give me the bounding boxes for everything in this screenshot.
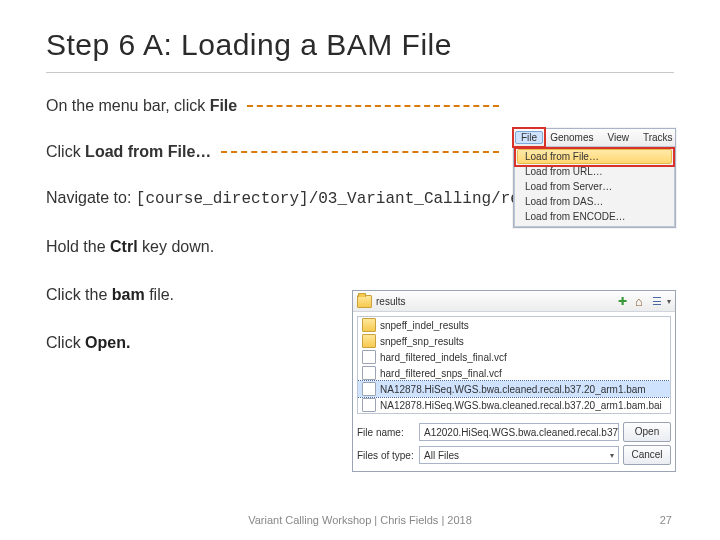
- file-icon: [362, 350, 376, 364]
- list-item[interactable]: snpeff_snp_results: [358, 333, 670, 349]
- line3-code: [course_directory]/03_Variant_Calling/re…: [136, 190, 568, 208]
- dashed-arrow-2: [221, 151, 499, 153]
- file-icon: [362, 366, 376, 380]
- menu-bar: File Genomes View Tracks: [514, 129, 675, 147]
- chevron-down-icon[interactable]: ▾: [610, 451, 614, 460]
- list-item-label: snpeff_indel_results: [380, 320, 469, 331]
- line1-pre: On the menu bar, click: [46, 97, 210, 114]
- folder-icon: [357, 295, 372, 308]
- line4-pre: Hold the: [46, 238, 110, 255]
- instruction-row-4: Hold the Ctrl key down.: [46, 238, 674, 256]
- line5-pre: Click the: [46, 286, 112, 303]
- list-item-selected[interactable]: NA12878.HiSeq.WGS.bwa.cleaned.recal.b37.…: [358, 381, 670, 397]
- folder-icon: [362, 318, 376, 332]
- line6-bold: Open.: [85, 334, 130, 351]
- menu-item-load-from-file[interactable]: Load from File…: [517, 149, 672, 164]
- file-open-dialog: results ▾ snpeff_indel_results snpeff_sn…: [352, 290, 676, 472]
- dialog-topbar: results ▾: [353, 291, 675, 312]
- file-list: snpeff_indel_results snpeff_snp_results …: [357, 316, 671, 414]
- folder-icon: [362, 334, 376, 348]
- filename-label: File name:: [357, 427, 419, 438]
- line4-post: key down.: [138, 238, 214, 255]
- instruction-row-1: On the menu bar, click File: [46, 97, 674, 115]
- list-item-label: snpeff_snp_results: [380, 336, 464, 347]
- cancel-button[interactable]: Cancel: [623, 445, 671, 465]
- dialog-bottom: File name: A12020.HiSeq.WGS.bwa.cleaned.…: [353, 418, 675, 471]
- dashed-arrow-1: [247, 105, 499, 107]
- dialog-folder-name: results: [376, 296, 614, 307]
- menubar-item-file[interactable]: File: [515, 131, 543, 144]
- file-icon: [362, 382, 376, 396]
- menubar-item-view[interactable]: View: [600, 132, 636, 143]
- line1-bold: File: [210, 97, 238, 114]
- list-item[interactable]: hard_filtered_snps_final.vcf: [358, 365, 670, 381]
- list-item[interactable]: NA12878.HiSeq.WGS.bwa.cleaned.recal.b37.…: [358, 397, 670, 413]
- list-item-label: NA12878.HiSeq.WGS.bwa.cleaned.recal.b37.…: [380, 384, 646, 395]
- menu-item-load-from-url[interactable]: Load from URL…: [517, 164, 672, 179]
- file-menu-dropdown: Load from File… Load from URL… Load from…: [514, 146, 675, 227]
- slide-footer: Variant Calling Workshop | Chris Fields …: [0, 514, 720, 526]
- line2-bold: Load from File…: [85, 143, 211, 160]
- filename-field[interactable]: A12020.HiSeq.WGS.bwa.cleaned.recal.b37.2…: [419, 423, 619, 441]
- slide-title: Step 6 A: Loading a BAM File: [46, 28, 674, 62]
- file-icon: [362, 398, 376, 412]
- line2-pre: Click: [46, 143, 85, 160]
- list-item-label: NA12878.HiSeq.WGS.bwa.cleaned.recal.b37.…: [380, 400, 662, 411]
- new-folder-icon[interactable]: [618, 295, 631, 308]
- page-number: 27: [660, 514, 672, 526]
- menu-item-load-from-server[interactable]: Load from Server…: [517, 179, 672, 194]
- home-icon[interactable]: [635, 295, 648, 308]
- chevron-down-icon[interactable]: ▾: [667, 297, 671, 306]
- filetype-field[interactable]: All Files▾: [419, 446, 619, 464]
- line5-bold: bam: [112, 286, 145, 303]
- list-item[interactable]: snpeff_indel_results: [358, 317, 670, 333]
- filetype-label: Files of type:: [357, 450, 419, 461]
- title-rule: [46, 72, 674, 73]
- list-item-label: hard_filtered_snps_final.vcf: [380, 368, 502, 379]
- filetype-value: All Files: [424, 450, 459, 461]
- view-mode-icon[interactable]: [652, 295, 665, 308]
- line3-pre: Navigate to:: [46, 189, 136, 206]
- list-item-label: hard_filtered_indels_final.vcf: [380, 352, 507, 363]
- menu-item-load-from-encode[interactable]: Load from ENCODE…: [517, 209, 672, 224]
- menubar-item-tracks[interactable]: Tracks: [636, 132, 680, 143]
- line6-pre: Click: [46, 334, 85, 351]
- line5-post: file.: [145, 286, 174, 303]
- footer-text: Variant Calling Workshop | Chris Fields …: [248, 514, 472, 526]
- igv-menu-screenshot: File Genomes View Tracks Load from File……: [513, 128, 676, 228]
- list-item[interactable]: hard_filtered_indels_final.vcf: [358, 349, 670, 365]
- menu-item-load-from-das[interactable]: Load from DAS…: [517, 194, 672, 209]
- line4-bold: Ctrl: [110, 238, 138, 255]
- open-button[interactable]: Open: [623, 422, 671, 442]
- menubar-item-genomes[interactable]: Genomes: [543, 132, 600, 143]
